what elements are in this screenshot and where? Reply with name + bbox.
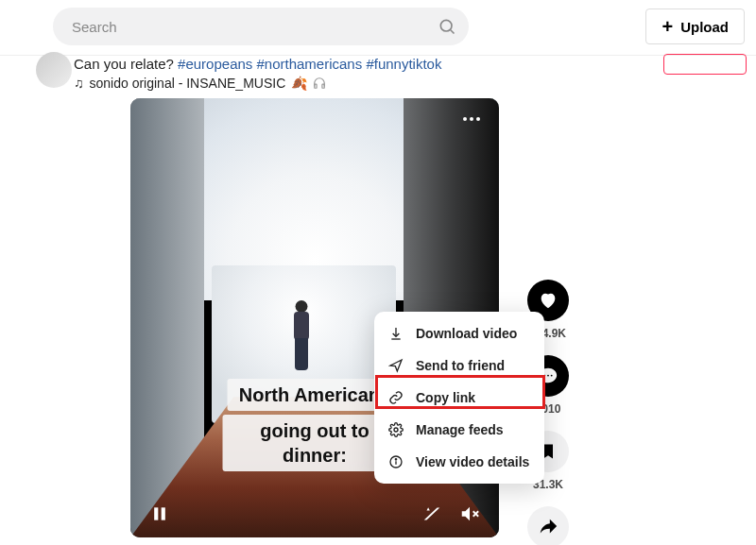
search-icon (438, 17, 456, 36)
info-icon (387, 453, 404, 470)
svg-point-11 (394, 428, 398, 432)
search-button[interactable] (431, 10, 463, 43)
context-menu: Download video Send to friend Copy link … (374, 312, 544, 484)
send-icon (387, 357, 404, 374)
gear-icon (387, 421, 404, 438)
search-input[interactable] (53, 8, 469, 45)
svg-rect-4 (154, 507, 158, 519)
music-line[interactable]: ♫ sonido original - INSANE_MUSIC 🍂 (74, 76, 586, 91)
plus-icon: + (662, 17, 673, 36)
menu-item-download[interactable]: Download video (374, 317, 544, 349)
more-options-button[interactable] (457, 110, 486, 128)
share-icon (538, 517, 558, 537)
menu-item-manage-feeds[interactable]: Manage feeds (374, 414, 544, 446)
upload-button[interactable]: + Upload (645, 9, 745, 44)
hashtag[interactable]: #europeans (178, 56, 252, 72)
avatar[interactable] (36, 52, 72, 88)
post-caption: Can you relate? #europeans #northamerica… (74, 56, 586, 72)
follow-button[interactable] (663, 54, 747, 75)
music-note-icon: ♫ (74, 76, 84, 91)
video-controls (130, 502, 499, 526)
svg-rect-5 (162, 507, 165, 519)
mute-icon (459, 503, 480, 524)
svg-point-10 (551, 375, 553, 377)
svg-rect-2 (315, 84, 317, 88)
svg-rect-3 (322, 84, 324, 88)
pause-icon (150, 504, 169, 523)
menu-item-copy-link[interactable]: Copy link (374, 382, 544, 414)
upload-label: Upload (680, 19, 729, 35)
hashtag[interactable]: #funnytiktok (366, 56, 441, 72)
captions-off-icon (421, 503, 442, 524)
menu-item-send[interactable]: Send to friend (374, 349, 544, 382)
music-label: sonido original - INSANE_MUSIC (90, 76, 286, 91)
link-icon (387, 389, 404, 406)
pause-button[interactable] (147, 502, 172, 526)
post-header: Can you relate? #europeans #northamerica… (74, 56, 586, 91)
svg-point-9 (547, 375, 549, 377)
music-emoji: 🍂 (291, 76, 307, 91)
menu-item-video-details[interactable]: View video details (374, 446, 544, 478)
heart-icon (538, 290, 558, 311)
share-button[interactable] (527, 506, 569, 545)
captions-off-button[interactable] (420, 502, 444, 526)
download-icon (387, 325, 404, 342)
hashtag[interactable]: #northamericans (256, 56, 362, 72)
headphones-icon (313, 77, 326, 90)
svg-point-0 (440, 20, 452, 31)
svg-line-1 (451, 30, 455, 34)
search-wrap (53, 8, 469, 45)
top-bar: + Upload (0, 0, 756, 56)
mute-button[interactable] (457, 502, 482, 526)
svg-point-14 (395, 459, 396, 460)
